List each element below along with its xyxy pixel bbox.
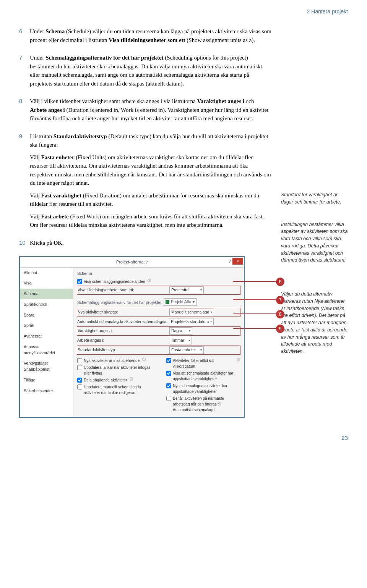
text: (Duration is entered in, Work is entered…	[30, 107, 268, 122]
bold-term: Varaktighet anges i	[197, 98, 244, 104]
checkbox-label: Nya aktiviteter är insatsberoende	[84, 358, 140, 363]
info-icon: i	[148, 279, 151, 282]
chevron-down-icon: ▾	[209, 310, 212, 315]
checkbox-row[interactable]: Uppdatera länkar när aktiviteter infogas…	[77, 365, 151, 376]
chevron-down-icon: ▾	[187, 338, 190, 343]
help-icon[interactable]: ?	[229, 258, 231, 265]
callout-line: 7	[233, 299, 279, 300]
dropdown[interactable]: Fasta enheter▾	[169, 346, 204, 354]
dropdown[interactable]: Projektets startdatum▾	[169, 318, 214, 326]
checkbox[interactable]	[166, 396, 171, 401]
row-duration: Varaktighet anges i: Dagar▾	[77, 327, 240, 335]
checkbox[interactable]	[166, 371, 171, 376]
side-note: Väljer du detta alternativ markeras ruta…	[281, 291, 348, 355]
checkbox-label: Uppdatera manuellt schemalagda aktivitet…	[84, 384, 151, 396]
main-column: 6 Under Schema (Schedule) väljer du om t…	[19, 27, 271, 429]
checkbox-row[interactable]: Behåll aktiviteten på närmaste arbetsdag…	[166, 396, 240, 413]
bold-term: Fast varaktighet	[41, 192, 81, 199]
text: Under	[30, 55, 45, 61]
checkbox[interactable]	[77, 384, 82, 389]
checkbox-label: Nya schemalagda aktiviteter har uppskatt…	[173, 383, 240, 394]
dropdown[interactable]: Procenttal▾	[169, 286, 204, 294]
nav-item[interactable]: Avancerat	[20, 331, 73, 342]
nav-item[interactable]: Allmänt	[20, 268, 73, 278]
checkbox-row[interactable]: Uppdatera manuellt schemalagda aktivitet…	[77, 384, 151, 396]
bold-term: Standardaktivitetstyp	[54, 133, 107, 139]
row-auto-scheduled: Automatiskt schemalagda aktiviteter sche…	[77, 318, 240, 326]
checkbox-label: Visa att schemalagda aktiviteter har upp…	[173, 370, 240, 382]
checkbox-row[interactable]: Nya aktiviteter är insatsberoendei	[77, 358, 151, 363]
info-icon: i	[142, 358, 146, 361]
checkbox[interactable]	[166, 358, 171, 363]
text: Klicka på	[30, 240, 54, 246]
field-label: Standardaktivitetstyp:	[78, 347, 169, 353]
step-number: 8	[19, 97, 30, 127]
step-number: 9	[19, 132, 30, 233]
nav-item[interactable]: Språk	[20, 320, 73, 331]
callout-line: 6	[233, 281, 279, 282]
checkbox-label: Uppdatera länkar när aktiviteter infogas…	[84, 365, 151, 376]
text: .	[62, 240, 64, 246]
bold-term: Fast arbete	[41, 213, 69, 220]
bold-term: OK	[54, 240, 62, 246]
field-label: Nya aktiviteter skapas:	[78, 309, 169, 315]
checkbox-row[interactable]: Visa schemaläggningsmeddelandeni	[77, 279, 240, 284]
nav-item[interactable]: Säkerhetscenter	[20, 386, 73, 396]
section-heading: Schemaläggningsalternativ för det här pr…	[77, 298, 240, 306]
nav-item[interactable]: Spara	[20, 310, 73, 321]
checkbox[interactable]	[77, 279, 82, 284]
chapter-label: 2 Hantera projekt	[19, 8, 348, 16]
dropdown[interactable]: Manuellt schemalagd▾	[169, 309, 214, 316]
nav-item[interactable]: Anpassa menyfliksområdet	[20, 342, 73, 359]
chevron-down-icon: ▾	[199, 348, 202, 352]
chevron-down-icon: ▾	[199, 288, 202, 292]
field-label: Arbete anges i:	[77, 338, 169, 344]
step-9: 9 I listrutan Standardaktivitetstyp (Def…	[19, 132, 271, 233]
project-icon	[166, 300, 169, 304]
checkbox-label: Dela pågående aktiviteter	[84, 377, 127, 383]
step-8: 8 Välj i vilken tidsenhet varaktighet sa…	[19, 97, 271, 127]
info-icon: i	[237, 358, 240, 361]
bold-term: Arbete anges i	[30, 107, 65, 113]
step-10: 10 Klicka på OK.	[19, 239, 271, 251]
checkbox-row[interactable]: Nya schemalagda aktiviteter har uppskatt…	[166, 383, 240, 394]
text: Schemaläggningsalternativ för det här pr…	[77, 300, 162, 305]
checkbox[interactable]	[77, 365, 82, 370]
side-note: Standard för varaktighet är dagar och ti…	[281, 191, 348, 206]
text: och	[244, 98, 254, 104]
step-6: 6 Under Schema (Schedule) väljer du om t…	[19, 27, 271, 48]
nav-item[interactable]: Visa	[20, 278, 73, 289]
close-icon[interactable]: ×	[232, 258, 243, 265]
checkbox-row[interactable]: Aktiviteter följer alltid sitt villkorsd…	[166, 358, 240, 369]
nav-item[interactable]: Tillägg	[20, 375, 73, 386]
checkbox-label: Visa schemaläggningsmeddelanden	[84, 279, 145, 284]
field-label: Automatiskt schemalagda aktiviteter sche…	[77, 319, 169, 325]
checkbox-row[interactable]: Dela pågående aktiviteteri	[77, 377, 151, 383]
text: Under	[30, 28, 45, 34]
checkbox[interactable]	[77, 378, 82, 383]
text: I listrutan	[30, 133, 54, 139]
info-icon: i	[130, 377, 133, 381]
nav-item[interactable]: Verktygsfältet Snabbåtkomst	[20, 358, 73, 375]
row-new-activities: Nya aktiviteter skapas: Manuellt schemal…	[77, 308, 240, 317]
nav-item-selected[interactable]: Schema	[20, 289, 73, 299]
dropdown[interactable]: Dagar▾	[169, 327, 192, 335]
checkbox-row[interactable]: Visa att schemalagda aktiviteter har upp…	[166, 370, 240, 382]
bold-term: Schemaläggningsalternativ för det här pr…	[45, 55, 163, 61]
nav-item[interactable]: Språkkontroll	[20, 299, 73, 310]
callout-line: 8	[233, 313, 279, 314]
dialog-title-text: Project-alternativ	[116, 260, 148, 264]
bold-term: Fasta enheter	[41, 154, 75, 160]
checkbox[interactable]	[77, 358, 82, 363]
text: Välj i vilken tidsenhet varaktighet samt…	[30, 98, 197, 104]
dialog-screenshot: Project-alternativ ? × Allmänt Visa Sche…	[19, 256, 271, 418]
dropdown-value: Dagar	[171, 328, 182, 334]
callout-line: 9	[233, 328, 279, 329]
dropdown-value: Fasta enheter	[171, 347, 196, 353]
dropdown[interactable]: Timmar▾	[169, 337, 192, 344]
dropdown-value: Timmar	[171, 338, 184, 344]
project-selector[interactable]: Projekt Alfa▾	[164, 298, 197, 306]
checkbox[interactable]	[166, 383, 171, 388]
callout-bubble: 8	[276, 310, 284, 318]
step-7: 7 Under Schemaläggningsalternativ för de…	[19, 53, 271, 92]
